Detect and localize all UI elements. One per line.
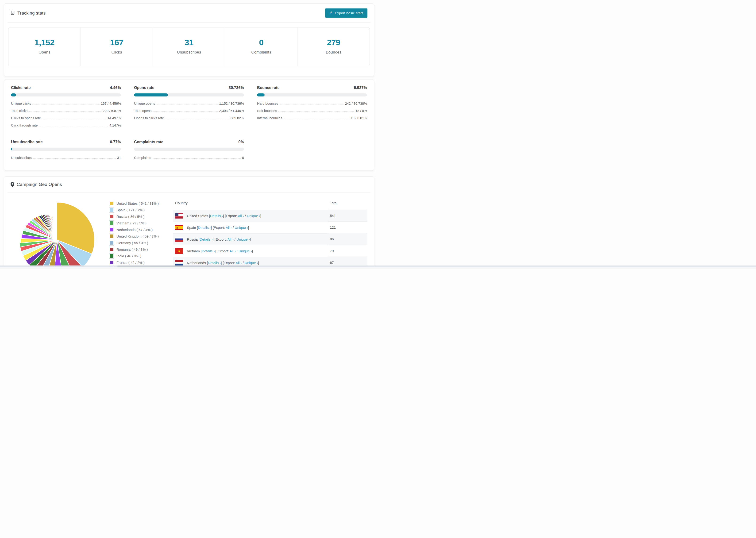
column-country: Country [173, 197, 328, 210]
legend-swatch [109, 201, 114, 206]
unsubscribe-rate-section: Unsubscribe rate 0.77% Unsubscribes31 [11, 140, 121, 163]
legend-swatch [109, 241, 114, 245]
legend-swatch [109, 234, 114, 239]
geo-pie-chart[interactable] [17, 200, 97, 269]
map-pin-icon [11, 182, 14, 187]
header-divider [8, 22, 370, 23]
details-link-us[interactable]: Details › [210, 214, 223, 218]
table-row-es: Spain [Details ›] [Export: All › / Uniqu… [173, 222, 367, 233]
table-row-vn: Vietnam [Details ›] [Export: All › / Uni… [173, 245, 367, 257]
legend-item-india[interactable]: India ( 46 / 3% ) [109, 253, 159, 258]
tracking-stats-title: Tracking stats [11, 11, 45, 16]
opens-rate-value: 30.736% [229, 85, 244, 90]
bar-chart-icon [11, 11, 15, 15]
legend-item-united-states[interactable]: United States ( 541 / 31% ) [109, 201, 159, 206]
stat-row: Complaints0 [134, 156, 244, 160]
opens-rate-title: Opens rate [134, 85, 154, 90]
export-all-link-us[interactable]: All › [238, 214, 244, 218]
opens-rate-section: Opens rate 30.736% Unique opens1,152 / 3… [134, 85, 244, 131]
legend-item-netherlands[interactable]: Netherlands ( 67 / 4% ) [109, 227, 159, 232]
tracking-stats-card: Tracking stats Export basic stats 1,152O… [4, 4, 374, 76]
total-value: 121 [328, 222, 367, 233]
geo-opens-title: Campaign Geo Opens [11, 182, 62, 187]
stat-row: Click through rate4.147% [11, 124, 121, 127]
legend-item-russia[interactable]: Russia ( 86 / 5% ) [109, 214, 159, 219]
stat-row: Unsubscribes31 [11, 156, 121, 160]
summary-strip: 1,152Opens167Clicks31Unsubscribes0Compla… [8, 27, 370, 66]
unsubscribe-rate-value: 0.77% [110, 140, 121, 144]
nl-flag-icon [175, 260, 183, 265]
bounce-rate-progressbar [257, 93, 367, 96]
legend-swatch [109, 260, 114, 265]
export-all-link-nl[interactable]: All › [236, 261, 242, 265]
stat-row: Soft bounces18 / 0% [257, 109, 367, 113]
ru-flag-icon [175, 237, 183, 242]
export-all-link-es[interactable]: All › [226, 226, 232, 230]
legend-item-romania[interactable]: Romania ( 49 / 3% ) [109, 247, 159, 252]
unsubscribe-rate-title: Unsubscribe rate [11, 140, 43, 144]
scrollbar-track[interactable] [0, 265, 378, 267]
export-unique-link-nl[interactable]: Unique › [244, 261, 258, 265]
complaints-rate-value: 0% [238, 140, 244, 144]
column-total: Total [328, 197, 367, 210]
clicks-rate-value: 4.46% [110, 85, 121, 90]
geo-table-header-row: Country Total [173, 197, 367, 210]
complaints-rate-section: Complaints rate 0% Complaints0 [134, 140, 244, 163]
legend-swatch [109, 227, 114, 232]
complaints-rate-progressbar [134, 148, 244, 151]
stat-row: Opens to clicks rate689.82% [134, 116, 244, 120]
clicks-rate-progressbar [11, 93, 121, 96]
scrollbar-thumb[interactable] [117, 265, 251, 267]
stat-row: Total clicks220 / 5.87% [11, 109, 121, 113]
geo-pie-legend: United States ( 541 / 31% )Spain ( 121 /… [109, 201, 159, 269]
es-flag-icon [175, 225, 183, 230]
export-icon [329, 11, 333, 15]
export-unique-link-ru[interactable]: Unique › [237, 237, 250, 241]
vn-flag-icon [175, 248, 183, 254]
export-unique-link-us[interactable]: Unique › [247, 214, 260, 218]
legend-item-germany[interactable]: Germany ( 55 / 3% ) [109, 241, 159, 245]
clicks-rate-title: Clicks rate [11, 85, 30, 90]
details-link-es[interactable]: Details › [198, 226, 211, 230]
summary-opens: 1,152Opens [9, 27, 81, 66]
legend-item-united-kingdom[interactable]: United Kingdom ( 59 / 3% ) [109, 234, 159, 239]
table-row-ru: Russia [Details ›] [Export: All › / Uniq… [173, 233, 367, 245]
geo-table: Country Total United States [Details ›] … [173, 197, 367, 269]
legend-swatch [109, 253, 114, 258]
details-link-vn[interactable]: Details › [202, 249, 215, 253]
summary-bounces: 279Bounces [297, 27, 369, 66]
bounce-rate-value: 6.927% [354, 85, 367, 90]
stat-row: Hard bounces242 / 86.738% [257, 102, 367, 105]
bounce-rate-title: Bounce rate [257, 85, 279, 90]
export-unique-link-es[interactable]: Unique › [235, 226, 248, 230]
clicks-rate-section: Clicks rate 4.46% Unique clicks167 / 4.4… [11, 85, 121, 131]
unsubscribe-rate-progressbar [11, 148, 121, 151]
table-row-us: United States [Details ›] [Export: All ›… [173, 210, 367, 222]
legend-item-vietnam[interactable]: Vietnam ( 79 / 5% ) [109, 221, 159, 226]
legend-item-france[interactable]: France ( 42 / 2% ) [109, 260, 159, 265]
bounce-rate-section: Bounce rate 6.927% Hard bounces242 / 86.… [257, 85, 367, 131]
export-unique-link-vn[interactable]: Unique › [239, 249, 252, 253]
legend-swatch [109, 247, 114, 252]
opens-rate-progressbar [134, 93, 244, 96]
export-basic-stats-button[interactable]: Export basic stats [325, 9, 367, 18]
legend-item-spain[interactable]: Spain ( 121 / 7% ) [109, 207, 159, 212]
stat-row: Total opens2,303 / 61.446% [134, 109, 244, 113]
export-all-link-vn[interactable]: All › [230, 249, 236, 253]
stat-row: Clicks to opens rate14.497% [11, 116, 121, 120]
total-value: 79 [328, 245, 367, 257]
export-all-link-ru[interactable]: All › [228, 237, 234, 241]
total-value: 86 [328, 233, 367, 245]
rates-card: Clicks rate 4.46% Unique clicks167 / 4.4… [4, 80, 374, 170]
details-link-ru[interactable]: Details › [199, 237, 212, 241]
us-flag-icon [175, 213, 183, 219]
legend-swatch [109, 221, 114, 226]
legend-swatch [109, 214, 114, 219]
stat-row: Unique clicks167 / 4.456% [11, 102, 121, 105]
details-link-nl[interactable]: Details › [208, 261, 221, 265]
total-value: 541 [328, 210, 367, 222]
summary-complaints: 0Complaints [225, 27, 297, 66]
stat-row: Internal bounces19 / 6.81% [257, 116, 367, 120]
summary-unsubscribes: 31Unsubscribes [153, 27, 225, 66]
complaints-rate-title: Complaints rate [134, 140, 163, 144]
